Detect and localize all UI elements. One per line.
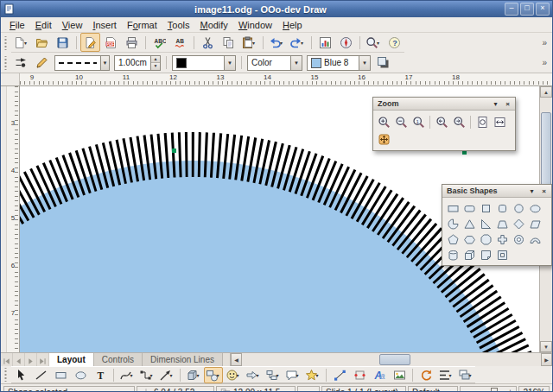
line-dialog-button[interactable] — [32, 54, 52, 73]
area-style-value[interactable]: Color — [248, 58, 290, 67]
zoom-out-button[interactable] — [392, 113, 410, 130]
block-arc-shape-button[interactable] — [527, 231, 543, 247]
octagon-shape-button[interactable] — [478, 231, 494, 247]
rounded-rectangle-shape-button[interactable] — [461, 200, 478, 216]
zoom-next-button[interactable] — [450, 113, 467, 130]
cylinder-shape-button[interactable] — [445, 247, 461, 262]
line-style-combo[interactable]: ▼ — [54, 55, 110, 71]
rotate-button[interactable] — [416, 367, 435, 383]
toolbar-overflow-button[interactable]: » — [538, 58, 550, 67]
circle-shape-button[interactable] — [511, 200, 527, 216]
chevron-down-icon[interactable]: ▼ — [359, 56, 370, 70]
basic-shapes-button[interactable]: ▾ — [204, 367, 223, 383]
scroll-up-icon[interactable]: ▲ — [540, 86, 552, 98]
fontwork-button[interactable]: Aa — [370, 367, 389, 383]
curve-button[interactable]: ▾ — [118, 367, 137, 383]
horizontal-ruler[interactable]: 9101112131415161718 — [20, 73, 552, 85]
open-folder-button[interactable] — [32, 33, 52, 52]
menu-file[interactable]: File — [4, 19, 30, 31]
hexagon-shape-button[interactable] — [461, 231, 478, 247]
chevron-down-icon[interactable]: ▼ — [100, 56, 109, 70]
menu-insert[interactable]: Insert — [87, 19, 122, 31]
status-size-cell[interactable]: 12.00 x 11.5 — [216, 386, 296, 392]
rounded-square-shape-button[interactable] — [494, 200, 511, 216]
menu-view[interactable]: View — [57, 19, 88, 31]
line-width-spinner[interactable]: 1.00cm ▲▼ — [114, 55, 161, 71]
maximize-button[interactable]: □ — [520, 3, 534, 16]
line-button[interactable] — [31, 367, 50, 383]
edit-points-button[interactable] — [330, 367, 349, 383]
square-shape-button[interactable] — [478, 200, 494, 216]
selection-handle[interactable] — [172, 149, 176, 153]
block-arrows-button[interactable]: ▾ — [244, 367, 263, 383]
menu-window[interactable]: Window — [233, 19, 277, 31]
tab-controls[interactable]: Controls — [94, 353, 143, 366]
palette-close-icon[interactable]: × — [502, 98, 513, 110]
minimize-button[interactable]: – — [505, 3, 518, 16]
menu-help[interactable]: Help — [277, 19, 308, 31]
new-doc-button[interactable]: ▾ — [11, 33, 31, 52]
autospellcheck-button[interactable]: AB — [170, 33, 190, 52]
scroll-right-icon[interactable]: ▶ — [541, 353, 552, 366]
ring-shape-button[interactable] — [511, 231, 527, 247]
area-style-combo[interactable]: Color ▼ — [247, 55, 302, 71]
3d-objects-button[interactable]: ▾ — [184, 367, 203, 383]
flowcharts-button[interactable]: ▾ — [264, 367, 283, 383]
redo-button[interactable]: ▾ — [288, 33, 308, 52]
pentagon-shape-button[interactable] — [445, 231, 461, 247]
palette-menu-icon[interactable]: ▾ — [526, 186, 537, 197]
zoom-slider[interactable]: − + — [464, 387, 512, 392]
horizontal-scrollbar[interactable]: ◀ ▶ — [230, 353, 552, 366]
tab-dimension-lines[interactable]: Dimension Lines — [143, 353, 223, 366]
triangle-shape-button[interactable] — [461, 216, 478, 231]
stars-button[interactable]: ▾ — [303, 367, 322, 383]
trapezoid-shape-button[interactable] — [494, 216, 511, 231]
print-button[interactable] — [122, 33, 142, 52]
horizontal-scroll-track[interactable] — [242, 353, 541, 366]
rectangle-button[interactable] — [51, 367, 70, 383]
close-button[interactable]: × — [536, 3, 550, 16]
ellipse-shape-button[interactable] — [527, 200, 543, 216]
next-page-button[interactable] — [25, 353, 37, 366]
zoom-out-button[interactable]: − — [464, 387, 468, 392]
spinner-arrows[interactable]: ▲▼ — [150, 56, 160, 70]
spellcheck-button[interactable]: ABC — [149, 33, 169, 52]
cube-shape-button[interactable] — [461, 247, 478, 262]
menu-tools[interactable]: Tools — [162, 19, 195, 31]
chevron-down-icon[interactable]: ▼ — [290, 56, 302, 70]
menu-edit[interactable]: Edit — [30, 19, 57, 31]
glue-points-button[interactable] — [350, 367, 369, 383]
chevron-down-icon[interactable]: ▼ — [224, 56, 235, 70]
cross-shape-button[interactable] — [494, 231, 511, 247]
arrow-style-button[interactable] — [11, 54, 31, 73]
zoom-entire-page-button[interactable] — [474, 113, 491, 130]
status-slide-cell[interactable]: Slide 1 / 1 (Layout) — [321, 386, 406, 392]
from-file-button[interactable] — [390, 367, 409, 383]
toolbar-overflow-button[interactable]: » — [538, 38, 550, 47]
scroll-down-icon[interactable]: ▼ — [540, 341, 552, 352]
basic-shapes-palette[interactable]: Basic Shapes ▾ × — [442, 184, 552, 266]
ellipse-button[interactable] — [71, 367, 90, 383]
arrange-button[interactable]: ▾ — [456, 367, 475, 383]
undo-button[interactable]: ▾ — [267, 33, 287, 52]
save-button[interactable] — [53, 33, 73, 52]
vertical-ruler[interactable]: 34567 — [7, 86, 20, 352]
status-position-cell[interactable]: 6.04 / 3.52 — [137, 386, 214, 392]
zoom-palette-titlebar[interactable]: Zoom ▾ × — [373, 98, 515, 111]
rectangle-shape-button[interactable] — [445, 200, 461, 216]
basic-shapes-titlebar[interactable]: Basic Shapes ▾ × — [442, 185, 551, 198]
zoom-page-width-button[interactable] — [491, 113, 508, 130]
edit-file-button[interactable] — [80, 33, 100, 52]
shadow-button[interactable] — [373, 54, 393, 73]
navigator-button[interactable] — [336, 33, 356, 52]
zoom-pan-button[interactable] — [375, 130, 392, 148]
previous-page-button[interactable] — [13, 353, 25, 366]
line-color-combo[interactable]: ▼ — [172, 55, 236, 71]
menu-format[interactable]: Format — [122, 19, 162, 31]
frame-shape-button[interactable] — [494, 247, 511, 262]
status-zoom-cell[interactable]: 216% — [518, 386, 550, 392]
callouts-button[interactable]: ▾ — [283, 367, 302, 383]
help-button[interactable]: ? — [385, 33, 404, 52]
chart-button[interactable] — [315, 33, 335, 52]
circle-pie-shape-button[interactable] — [445, 216, 461, 231]
